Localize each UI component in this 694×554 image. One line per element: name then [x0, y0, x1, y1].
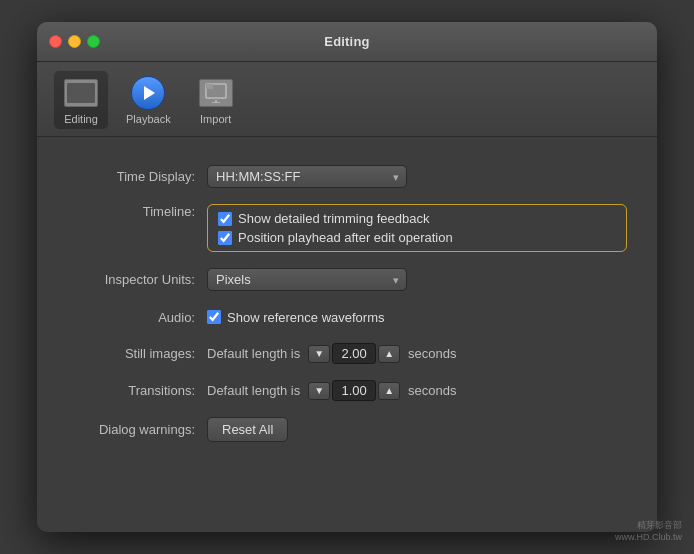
content-area: Time Display: HH:MM:SS:FF Timeline: Show… [37, 137, 657, 532]
transitions-unit: seconds [408, 383, 456, 398]
still-images-row: Still images: Default length is ▼ ▲ seco… [67, 335, 627, 372]
timeline-section: Show detailed trimming feedback Position… [207, 204, 627, 252]
dialog-warnings-row: Dialog warnings: Reset All [67, 409, 627, 450]
audio-checkbox-label: Show reference waveforms [227, 310, 385, 325]
transitions-control: Default length is ▼ ▲ seconds [207, 380, 627, 401]
timeline-checkbox2[interactable] [218, 231, 232, 245]
transitions-value[interactable] [332, 380, 376, 401]
watermark-line2: www.HD.Club.tw [615, 531, 682, 544]
close-button[interactable] [49, 35, 62, 48]
toolbar-label-playback: Playback [126, 113, 171, 125]
time-display-select-wrapper: HH:MM:SS:FF [207, 165, 407, 188]
still-images-decrement[interactable]: ▼ [308, 345, 330, 363]
inspector-units-label: Inspector Units: [67, 272, 207, 287]
toolbar-item-playback[interactable]: Playback [117, 70, 180, 130]
import-svg [205, 83, 227, 103]
import-icon [198, 75, 234, 111]
time-display-row: Time Display: HH:MM:SS:FF [67, 157, 627, 196]
audio-control: Show reference waveforms [207, 310, 627, 325]
editing-icon [63, 75, 99, 111]
toolbar: Editing Playback Import [37, 62, 657, 137]
timeline-control: Show detailed trimming feedback Position… [207, 204, 627, 252]
window-title: Editing [324, 34, 369, 49]
minimize-button[interactable] [68, 35, 81, 48]
audio-label: Audio: [67, 310, 207, 325]
watermark: 精芽影音部 www.HD.Club.tw [615, 519, 682, 544]
timeline-checkbox1-row: Show detailed trimming feedback [218, 211, 616, 226]
timeline-checkbox2-label: Position playhead after edit operation [238, 230, 453, 245]
timeline-checkbox2-row: Position playhead after edit operation [218, 230, 616, 245]
time-display-select[interactable]: HH:MM:SS:FF [207, 165, 407, 188]
still-images-value[interactable] [332, 343, 376, 364]
traffic-lights [49, 35, 100, 48]
still-images-unit: seconds [408, 346, 456, 361]
timeline-checkbox1[interactable] [218, 212, 232, 226]
dialog-warnings-control: Reset All [207, 417, 627, 442]
playback-icon [130, 75, 166, 111]
timeline-label: Timeline: [67, 204, 207, 219]
still-images-control: Default length is ▼ ▲ seconds [207, 343, 627, 364]
svg-rect-1 [206, 84, 213, 89]
still-images-increment[interactable]: ▲ [378, 345, 400, 363]
audio-checkbox[interactable] [207, 310, 221, 324]
toolbar-label-import: Import [200, 113, 231, 125]
still-images-label: Still images: [67, 346, 207, 361]
time-display-label: Time Display: [67, 169, 207, 184]
reset-all-button[interactable]: Reset All [207, 417, 288, 442]
still-images-text: Default length is [207, 346, 300, 361]
dialog-warnings-label: Dialog warnings: [67, 422, 207, 437]
timeline-checkbox1-label: Show detailed trimming feedback [238, 211, 430, 226]
zoom-button[interactable] [87, 35, 100, 48]
timeline-row: Timeline: Show detailed trimming feedbac… [67, 196, 627, 260]
audio-checkbox-row: Show reference waveforms [207, 310, 627, 325]
transitions-stepper: ▼ ▲ [308, 380, 400, 401]
titlebar: Editing [37, 22, 657, 62]
transitions-decrement[interactable]: ▼ [308, 382, 330, 400]
transitions-increment[interactable]: ▲ [378, 382, 400, 400]
transitions-text: Default length is [207, 383, 300, 398]
transitions-stepper-group: Default length is ▼ ▲ seconds [207, 380, 627, 401]
transitions-row: Transitions: Default length is ▼ ▲ secon… [67, 372, 627, 409]
transitions-label: Transitions: [67, 383, 207, 398]
watermark-line1: 精芽影音部 [615, 519, 682, 532]
inspector-units-row: Inspector Units: Pixels [67, 260, 627, 299]
still-images-stepper: ▼ ▲ [308, 343, 400, 364]
toolbar-item-import[interactable]: Import [188, 70, 244, 130]
preferences-window: Editing Editing Playback [37, 22, 657, 532]
time-display-control: HH:MM:SS:FF [207, 165, 627, 188]
toolbar-label-editing: Editing [64, 113, 98, 125]
inspector-units-control: Pixels [207, 268, 627, 291]
audio-row: Audio: Show reference waveforms [67, 299, 627, 335]
still-images-stepper-group: Default length is ▼ ▲ seconds [207, 343, 627, 364]
inspector-units-select-wrapper: Pixels [207, 268, 407, 291]
toolbar-item-editing[interactable]: Editing [53, 70, 109, 130]
inspector-units-select[interactable]: Pixels [207, 268, 407, 291]
